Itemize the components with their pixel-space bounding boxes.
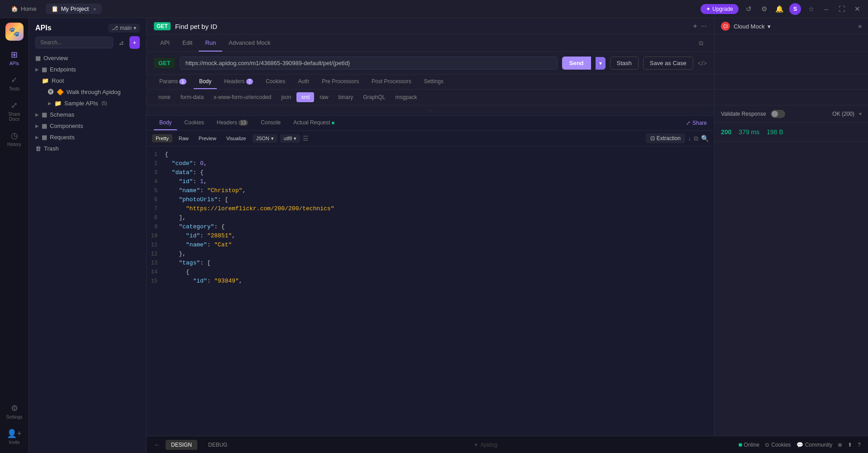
copy-icon[interactable]: ⧉ (694, 135, 698, 142)
request-tab-body[interactable]: Body (194, 75, 217, 89)
tab-run[interactable]: Run (199, 35, 222, 52)
response-tab-body[interactable]: Body (154, 116, 177, 130)
add-tab-icon[interactable]: + (693, 22, 697, 30)
request-tab-headers[interactable]: Headers7 (219, 75, 258, 89)
body-type-urlencoded[interactable]: x-www-form-urlencoded (209, 92, 276, 102)
sidebar-item-share-docs[interactable]: ⤢ Share Docs (3, 97, 26, 125)
share-button[interactable]: ⤢ Share (686, 120, 707, 126)
body-type-none[interactable]: none (154, 92, 175, 102)
sidebar-item-tests[interactable]: ✓ Tests (3, 71, 26, 95)
apidog-watermark: ✦ Apidog (474, 442, 497, 448)
url-input[interactable] (180, 57, 558, 70)
tree-item-requests[interactable]: ▶ ▦ Requests (29, 132, 146, 143)
extraction-label: Extraction (657, 135, 681, 142)
filter-icon[interactable]: ⊿ (116, 36, 127, 49)
request-tab-post-processors[interactable]: Post Processors (366, 75, 416, 89)
plus-bottom-icon[interactable]: ⊕ (838, 442, 842, 448)
tree-item-root[interactable]: 📁 Root (29, 75, 146, 86)
body-type-form-data[interactable]: form-data (176, 92, 208, 102)
request-tab-cookies[interactable]: Cookies (260, 75, 291, 89)
star-icon[interactable]: ☆ (806, 4, 816, 14)
response-tab-cookies[interactable]: Cookies (179, 116, 209, 130)
request-tab-settings[interactable]: Settings (419, 75, 449, 89)
tab-edit[interactable]: Edit (176, 35, 199, 52)
sidebar-item-settings[interactable]: ⚙ Settings (3, 400, 26, 423)
request-tab-pre-processors[interactable]: Pre Processors (316, 75, 364, 89)
response-tab-actual-request[interactable]: Actual Request (288, 116, 339, 130)
help-icon[interactable]: ? (858, 442, 861, 448)
branch-selector[interactable]: ⎇ main ▾ (108, 24, 140, 33)
body-type-raw[interactable]: raw (315, 92, 333, 102)
sidebar-item-apis[interactable]: ⊞ APIs (3, 46, 26, 70)
code-view-icon[interactable]: </> (698, 60, 707, 67)
tab-api[interactable]: API (154, 35, 176, 52)
maximize-icon[interactable]: ⛶ (836, 4, 847, 14)
send-button[interactable]: Send (562, 57, 591, 70)
tab-advanced-mock[interactable]: Advanced Mock (222, 35, 277, 52)
download-icon[interactable]: ↓ (688, 135, 691, 142)
close-tab-icon[interactable]: × (93, 6, 96, 12)
body-type-binary[interactable]: binary (334, 92, 358, 102)
format-selector[interactable]: JSON ▾ (253, 134, 277, 143)
debug-button[interactable]: DEBUG (203, 440, 233, 450)
response-tab-console[interactable]: Console (255, 116, 286, 130)
nav-back-icon[interactable]: ← (154, 441, 160, 448)
settings-icon[interactable]: ⚙ (758, 4, 769, 14)
tree-item-overview[interactable]: ▦ Overview (29, 52, 146, 64)
project-tab[interactable]: 📋 My Project × (46, 4, 102, 14)
body-type-msgpack[interactable]: msgpack (391, 92, 422, 102)
sidebar-item-history[interactable]: ◷ History (3, 127, 26, 151)
extraction-button[interactable]: ⊡ Extraction (646, 133, 685, 143)
cookies-button[interactable]: ⊙ Cookies (765, 442, 791, 448)
more-options-icon[interactable]: ··· (701, 22, 707, 30)
design-button[interactable]: DESIGN (166, 440, 197, 450)
body-type-xml[interactable]: xml (296, 92, 314, 102)
validate-toggle[interactable] (771, 110, 785, 118)
tree-item-components[interactable]: ▶ ▦ Components (29, 120, 146, 132)
minimize-icon[interactable]: – (821, 4, 832, 14)
request-tab-auth[interactable]: Auth (293, 75, 315, 89)
upload-icon[interactable]: ⬆ (848, 442, 852, 448)
upgrade-button[interactable]: ✦ Upgrade (701, 4, 739, 14)
save-case-button[interactable]: Save as Case (643, 57, 693, 70)
format-raw-button[interactable]: Raw (175, 134, 192, 142)
online-label: Online (744, 442, 760, 448)
format-visualize-button[interactable]: Visualize (223, 134, 250, 142)
format-preview-button[interactable]: Preview (195, 134, 220, 142)
tree-item-endpoints[interactable]: ▶ ▦ Endpoints (29, 64, 146, 75)
sidebar-item-invite[interactable]: 👤+ Invite (3, 425, 26, 448)
home-tab[interactable]: 🏠 Home (5, 4, 42, 14)
request-tab-params[interactable]: Params1 (154, 75, 192, 89)
search-input[interactable] (35, 37, 113, 48)
close-window-icon[interactable]: ✕ (852, 4, 863, 14)
online-dot (739, 443, 742, 447)
status-expand-icon[interactable]: ▾ (859, 111, 862, 117)
components-label: Components (50, 123, 83, 129)
response-tab-headers[interactable]: Headers13 (211, 116, 253, 130)
encoding-selector[interactable]: utf8 ▾ (280, 134, 300, 143)
format-pretty-button[interactable]: Pretty (152, 134, 172, 142)
wrap-icon[interactable]: ☰ (303, 135, 309, 142)
tree-item-schemas[interactable]: ▶ ▦ Schemas (29, 109, 146, 120)
left-panel-search: ⊿ + (29, 36, 146, 52)
bell-icon[interactable]: 🔔 (774, 4, 785, 14)
avatar[interactable]: S (789, 3, 801, 15)
body-type-json[interactable]: json (277, 92, 296, 102)
body-type-graphql[interactable]: GraphQL (358, 92, 390, 102)
add-button[interactable]: + (129, 36, 140, 49)
cloud-mock-menu-icon[interactable]: ≡ (858, 23, 862, 30)
code-line-6: 6 "photoUrls": [ (147, 195, 714, 204)
send-dropdown-button[interactable]: ▾ (596, 57, 606, 70)
split-view-icon[interactable]: ⧉ (695, 36, 707, 51)
endpoints-label: Endpoints (50, 66, 76, 73)
stash-button[interactable]: Stash (610, 57, 639, 70)
community-button[interactable]: 💬 Community (796, 442, 833, 448)
tree-item-trash[interactable]: 🗑 Trash (29, 143, 146, 154)
tree-item-walk-through[interactable]: 🅜 🔶 Walk through Apidog (29, 86, 146, 98)
refresh-icon[interactable]: ↺ (743, 4, 754, 14)
tree-item-sample-apis[interactable]: ▶ 📁 Sample APIs (5) (29, 98, 146, 109)
online-status[interactable]: Online (739, 442, 760, 448)
titlebar-actions: ✦ Upgrade ↺ ⚙ 🔔 S ☆ – ⛶ ✕ (701, 3, 863, 15)
search-code-icon[interactable]: 🔍 (701, 135, 709, 142)
app-logo: 🐾 (5, 23, 24, 41)
